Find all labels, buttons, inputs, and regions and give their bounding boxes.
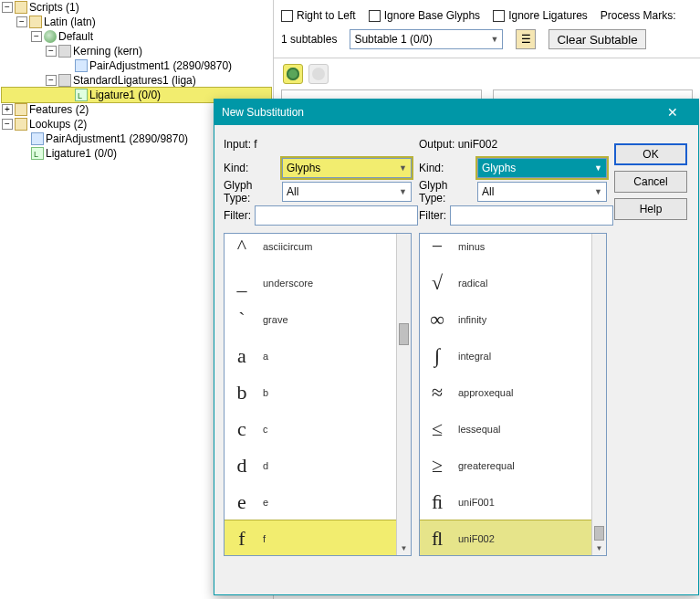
input-filter-field[interactable] <box>255 205 418 226</box>
collapse-icon[interactable]: − <box>2 119 13 130</box>
scrollbar[interactable]: ▼ <box>396 234 411 555</box>
collapse-icon[interactable]: − <box>2 2 13 13</box>
scrollbar[interactable]: ▼ <box>591 234 606 555</box>
tree-pairadj[interactable]: PairAdjustment1 (2890/9870) <box>2 58 271 73</box>
input-column: Input: f Kind: Glyphs ▼ Glyph Type: All … <box>224 132 412 585</box>
cancel-button[interactable]: Cancel <box>614 171 687 193</box>
glyph-name: c <box>263 424 268 435</box>
glyph-item[interactable]: ee <box>225 484 396 520</box>
glyphtype-label: Glyph Type: <box>419 179 474 205</box>
rtl-checkbox[interactable]: Right to Left <box>281 9 356 22</box>
glyph-item[interactable]: ≈approxequal <box>420 374 591 411</box>
tree-label: PairAdjustment1 (2890/9870) <box>89 58 232 73</box>
dialog-titlebar[interactable]: New Substitution ✕ <box>214 100 698 125</box>
input-kind-select[interactable]: Glyphs ▼ <box>282 158 412 178</box>
glyph-symbol: ≤ <box>425 417 449 441</box>
collapse-icon[interactable]: − <box>31 31 42 42</box>
glyph-item[interactable]: ff <box>225 520 396 555</box>
feature-icon <box>58 74 71 87</box>
tree-label: Scripts (1) <box>29 0 79 15</box>
glyph-symbol: _ <box>230 271 254 295</box>
tree-label: Ligature1 (0/0) <box>89 88 161 102</box>
scrollbar-thumb[interactable] <box>594 526 604 541</box>
glyph-item[interactable]: _underscore <box>225 265 396 301</box>
subtable-toolbar: Right to Left Ignore Base Glyphs Ignore … <box>274 0 700 58</box>
chevron-down-icon: ▼ <box>490 35 498 44</box>
scroll-down-icon[interactable]: ▼ <box>592 541 606 555</box>
clear-subtable-button[interactable]: Clear Subtable <box>549 29 645 49</box>
tree-latin[interactable]: − Latin (latn) <box>2 15 271 29</box>
checkbox-label: Right to Left <box>297 9 356 22</box>
glyph-name: integral <box>458 351 491 362</box>
glyph-item[interactable]: aa <box>225 338 396 374</box>
glyph-symbol: √ <box>425 271 449 295</box>
glyph-item[interactable]: cc <box>225 411 396 447</box>
output-filter-field[interactable] <box>450 205 613 226</box>
glyph-symbol: ^ <box>230 235 254 258</box>
tree-default[interactable]: − Default <box>2 29 271 44</box>
glyph-item[interactable]: −minus <box>420 233 591 265</box>
select-value: All <box>287 185 298 198</box>
glyph-symbol: ∫ <box>425 344 449 368</box>
glyph-name: uniF001 <box>458 497 495 508</box>
glyph-item[interactable]: ∫integral <box>420 338 591 374</box>
glyph-item[interactable]: ﬂuniF002 <box>420 520 591 555</box>
glyph-item[interactable]: `grave <box>225 301 396 338</box>
dialog-title: New Substitution <box>222 106 304 119</box>
output-glyphtype-select[interactable]: All ▼ <box>477 182 607 202</box>
glyph-symbol: d <box>230 454 254 478</box>
tree-stdlig[interactable]: − StandardLigatures1 (liga) <box>2 73 271 88</box>
chevron-down-icon: ▼ <box>594 187 602 196</box>
output-kind-select[interactable]: Glyphs ▼ <box>477 158 607 178</box>
folder-icon <box>15 1 27 14</box>
glyph-name: asciicircum <box>263 241 312 252</box>
glyph-item[interactable]: ^asciicircum <box>225 233 396 265</box>
expand-icon[interactable]: + <box>2 104 13 115</box>
select-value: All <box>482 185 494 198</box>
collapse-icon[interactable]: − <box>46 75 57 86</box>
lookup-icon <box>75 59 88 72</box>
glyph-symbol: f <box>230 527 254 551</box>
remove-substitution-button[interactable] <box>308 64 329 84</box>
glyph-item[interactable]: ≥greaterequal <box>420 447 591 484</box>
scroll-down-icon[interactable]: ▼ <box>397 541 411 555</box>
input-glyphtype-select[interactable]: All ▼ <box>282 182 412 202</box>
collapse-icon[interactable]: − <box>46 46 57 57</box>
tree-scripts[interactable]: − Scripts (1) <box>2 0 271 15</box>
add-substitution-button[interactable] <box>283 64 303 84</box>
close-button[interactable]: ✕ <box>654 105 691 120</box>
glyph-name: greaterequal <box>458 460 515 471</box>
subtable-options-button[interactable]: ☰ <box>516 29 536 49</box>
checkbox-icon <box>369 10 381 22</box>
glyph-item[interactable]: bb <box>225 374 396 411</box>
input-header: Input: f <box>224 138 257 151</box>
glyph-item[interactable]: ∞infinity <box>420 301 591 338</box>
ignore-ligatures-checkbox[interactable]: Ignore Ligatures <box>493 9 588 22</box>
glyph-name: infinity <box>458 314 486 325</box>
content-panels-stub <box>281 89 693 99</box>
input-glyph-list[interactable]: ^asciicircum_underscore`graveaabbccddeef… <box>224 233 412 556</box>
glyph-symbol: − <box>425 235 449 258</box>
glyph-name: grave <box>263 314 288 325</box>
scrollbar-thumb[interactable] <box>399 323 409 345</box>
output-column: Output: uniF002 Kind: Glyphs ▼ Glyph Typ… <box>419 132 607 585</box>
dialog-buttons: OK Cancel Help <box>614 132 689 585</box>
collapse-icon[interactable]: − <box>16 16 27 27</box>
subtable-select[interactable]: Subtable 1 (0/0) ▼ <box>350 29 503 49</box>
checkbox-label: Ignore Base Glyphs <box>384 9 480 22</box>
glyph-name: a <box>263 351 268 362</box>
glyph-item[interactable]: ﬁuniF001 <box>420 484 591 520</box>
checkbox-icon <box>493 10 505 22</box>
ignore-base-checkbox[interactable]: Ignore Base Glyphs <box>369 9 480 22</box>
output-glyph-list[interactable]: −minus√radical∞infinity∫integral≈approxe… <box>419 233 607 556</box>
ok-button[interactable]: OK <box>614 143 687 165</box>
glyph-name: b <box>263 387 268 398</box>
help-button[interactable]: Help <box>614 198 687 220</box>
glyph-name: minus <box>458 241 485 252</box>
kind-label: Kind: <box>224 162 278 174</box>
tree-kerning[interactable]: − Kerning (kern) <box>2 44 271 58</box>
tree-label: Features (2) <box>29 102 89 117</box>
glyph-item[interactable]: dd <box>225 447 396 484</box>
glyph-item[interactable]: ≤lessequal <box>420 411 591 447</box>
glyph-item[interactable]: √radical <box>420 265 591 301</box>
